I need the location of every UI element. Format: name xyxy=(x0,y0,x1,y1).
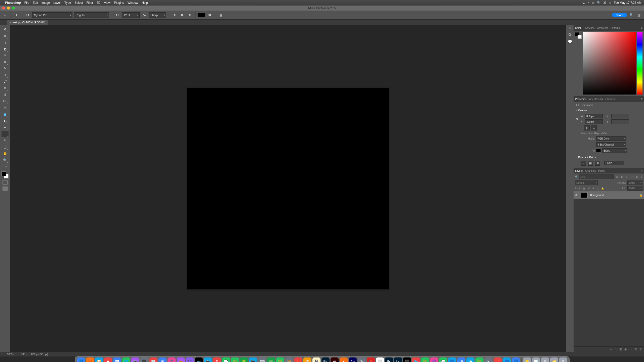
color-fgbg[interactable] xyxy=(575,32,582,95)
history-panel-icon[interactable]: ⧉ xyxy=(567,32,573,37)
rulers-section-header[interactable]: ▾ Rulers & Grids xyxy=(574,155,644,160)
comments-panel-icon[interactable]: 💬 xyxy=(567,39,573,44)
minimize-button[interactable] xyxy=(7,7,10,10)
filter-shape-icon[interactable]: ▢ xyxy=(630,175,634,179)
share-button[interactable]: Share xyxy=(612,13,627,17)
dock-app[interactable]: 🍀 xyxy=(240,357,248,362)
dock-app[interactable]: 🟩 xyxy=(475,357,484,362)
font-family-select[interactable]: Myriad Pro xyxy=(32,12,72,18)
filter-smart-icon[interactable]: ▣ xyxy=(635,175,639,179)
dock-app[interactable]: 📷 xyxy=(131,357,139,362)
warp-text-icon[interactable]: ✽ xyxy=(207,12,213,18)
path-select-tool[interactable]: ↖ xyxy=(2,137,9,143)
color-field[interactable] xyxy=(583,32,636,95)
dock-app[interactable]: 🟣 xyxy=(430,357,438,362)
opacity-select[interactable]: 100% xyxy=(627,180,642,185)
wifi-icon[interactable]: ⌥ xyxy=(581,1,585,5)
align-left-icon[interactable]: ≡ xyxy=(172,12,178,18)
menu-layer[interactable]: Layer xyxy=(53,1,61,5)
chevron-right-icon[interactable]: › xyxy=(56,353,56,356)
orientation-icon[interactable]: ↕T xyxy=(25,12,31,18)
dock-app[interactable]: 🔴 xyxy=(294,357,302,362)
group-icon[interactable]: ▭ xyxy=(629,348,632,351)
dock-app[interactable]: 🟩 xyxy=(276,357,284,362)
layer-thumbnail[interactable] xyxy=(581,192,588,198)
layer-filter-input[interactable] xyxy=(579,174,614,179)
home-icon[interactable]: ⌂ xyxy=(2,12,8,18)
mask-icon[interactable]: ◩ xyxy=(619,348,622,351)
dock-app[interactable]: 🧮 xyxy=(285,357,293,362)
type-tool[interactable]: T xyxy=(2,131,9,137)
dock-app[interactable]: 🎧 xyxy=(186,357,194,362)
align-right-icon[interactable]: ≡ xyxy=(187,12,193,18)
dock-app[interactable]: 📁 xyxy=(550,357,558,362)
fill-select[interactable]: Black xyxy=(602,148,627,153)
object-select-tool[interactable]: ◩ xyxy=(2,46,9,52)
dock-app[interactable]: ◑ xyxy=(466,357,474,362)
dock-app[interactable]: ● xyxy=(340,357,348,362)
hand-tool[interactable]: ✋ xyxy=(2,150,9,156)
dock-app[interactable]: 📒 xyxy=(523,357,531,362)
dock-app[interactable]: 🎵 xyxy=(168,357,176,362)
tab-adjustments[interactable]: Adjustments xyxy=(589,98,603,101)
filter-pixel-icon[interactable]: ▦ xyxy=(615,175,619,179)
app-name[interactable]: Photoshop xyxy=(5,1,21,5)
panel-menu-icon[interactable]: ≡ xyxy=(641,26,642,30)
lock-image-icon[interactable]: 🖌 xyxy=(587,187,591,190)
dock-app[interactable]: 📺 xyxy=(195,357,203,362)
canvas-area[interactable] xyxy=(10,25,566,352)
tab-libraries[interactable]: Libraries xyxy=(606,98,615,101)
layer-fill-select[interactable]: 100% xyxy=(627,186,642,191)
menu-type[interactable]: Type xyxy=(64,1,71,5)
dock-app[interactable]: ✂ xyxy=(485,357,493,362)
close-button[interactable] xyxy=(2,7,5,10)
menu-filter[interactable]: Filter xyxy=(86,1,93,5)
dock-app[interactable]: 📔 xyxy=(303,357,311,362)
spotlight-icon[interactable]: 🔍 xyxy=(597,1,601,5)
more-tool[interactable]: ⋯ xyxy=(2,163,9,169)
brush-tool[interactable]: 🖌 xyxy=(2,78,9,84)
canvas-height-input[interactable]: 800 px xyxy=(585,119,603,124)
canvas-width-input[interactable]: 800 px xyxy=(585,114,603,118)
doc-dimensions[interactable]: 800 px x 800 px (96 ppi) xyxy=(21,353,48,356)
crop-tool[interactable]: ⌗ xyxy=(2,52,9,58)
tab-properties[interactable]: Properties xyxy=(575,98,587,101)
move-tool[interactable]: ✥ xyxy=(2,26,9,32)
close-icon[interactable]: × xyxy=(10,21,11,24)
dock-app[interactable]: ⬜ xyxy=(376,357,384,362)
dock-app[interactable]: 🦊 xyxy=(86,357,94,362)
menu-select[interactable]: Select xyxy=(74,1,83,5)
tab-channels[interactable]: Channels xyxy=(585,169,596,172)
foreground-background-swatch[interactable] xyxy=(2,171,9,178)
dock-app[interactable]: ❖ xyxy=(104,357,112,362)
dock-app[interactable]: ⬛ xyxy=(140,357,148,362)
dock-app[interactable]: 🐦 xyxy=(412,357,420,362)
hue-slider[interactable] xyxy=(637,32,642,95)
guides-icon[interactable]: ⊞ xyxy=(595,161,600,166)
dock-app[interactable]: Lr xyxy=(394,357,402,362)
lasso-tool[interactable]: ⟆ xyxy=(2,39,9,45)
depth-select[interactable]: 8 Bits/Channel xyxy=(596,142,626,147)
dock-app[interactable]: 🌐 xyxy=(122,357,130,362)
document-tab[interactable]: × text.jpg @ 100% (RGB/8#) xyxy=(7,20,48,25)
tab-gradients[interactable]: Gradients xyxy=(597,27,608,29)
eyedropper-tool[interactable]: ✎ xyxy=(2,65,9,71)
panel-menu-icon[interactable]: ≡ xyxy=(641,169,642,172)
zoom-button[interactable] xyxy=(12,7,15,10)
screenmode-icon[interactable] xyxy=(3,187,8,191)
canvas-section-header[interactable]: ▾ Canvas xyxy=(574,108,644,113)
dock-app[interactable]: ✎ xyxy=(358,357,366,362)
tab-patterns[interactable]: Patterns xyxy=(611,27,620,29)
lock-artboard-icon[interactable]: ▢ xyxy=(596,187,600,190)
eraser-tool[interactable]: ⌫ xyxy=(2,98,9,104)
filter-type-icon[interactable]: T xyxy=(625,175,629,179)
battery-icon[interactable]: ▭ xyxy=(592,1,594,5)
tab-layers[interactable]: Layers xyxy=(575,169,583,172)
antialias-select[interactable]: Sharp xyxy=(149,12,166,18)
dock-app[interactable]: 📕 xyxy=(367,357,375,362)
dock-app[interactable]: ✉ xyxy=(158,357,167,362)
dock-app[interactable]: Ps xyxy=(321,357,330,362)
menu-help[interactable]: Help xyxy=(142,1,148,5)
align-center-icon[interactable]: ≣ xyxy=(179,12,185,18)
menu-window[interactable]: Window xyxy=(128,1,138,5)
